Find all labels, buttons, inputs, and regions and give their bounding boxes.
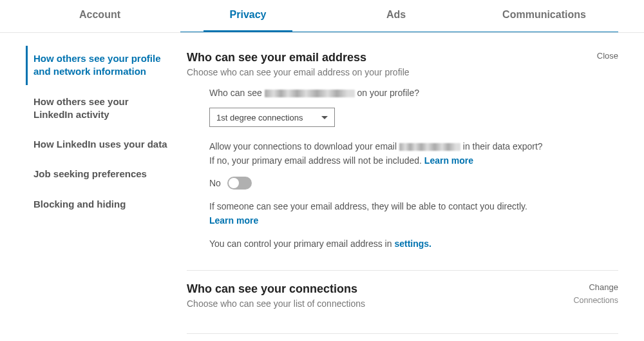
contact-directly-text: If someone can see your email address, t…: [209, 200, 547, 228]
sidebar-item-job-preferences[interactable]: Job seeking preferences: [26, 161, 174, 187]
section-viewers-also-viewed: Viewers of this profile also viewed Choo…: [187, 334, 618, 341]
current-value: Connections: [574, 296, 619, 305]
select-value: 1st degree connections: [216, 113, 303, 122]
allow-download-text: Allow your connections to download your …: [209, 140, 547, 168]
section-email-visibility: Who can see your email address Choose wh…: [187, 46, 618, 271]
sidebar-item-profile-visibility[interactable]: How others see your profile and network …: [26, 46, 174, 85]
settings-main: Who can see your email address Choose wh…: [180, 46, 618, 341]
toggle-label: No: [209, 178, 221, 188]
tab-privacy[interactable]: Privacy: [174, 0, 322, 32]
section-title: Who can see your email address: [187, 51, 410, 64]
sidebar-item-activity-visibility[interactable]: How others see your LinkedIn activity: [26, 89, 174, 128]
tab-communications[interactable]: Communications: [470, 0, 618, 32]
allow-download-toggle[interactable]: [227, 177, 252, 190]
question-who-can-see: Who can see on your profile?: [209, 86, 547, 100]
tab-account[interactable]: Account: [26, 0, 174, 32]
tab-ads[interactable]: Ads: [322, 0, 470, 32]
primary-email-settings-text: You can control your primary email addre…: [209, 237, 547, 251]
sidebar-item-blocking[interactable]: Blocking and hiding: [26, 191, 174, 217]
section-subtitle: Choose who can see your list of connecti…: [187, 298, 365, 309]
section-title: Who can see your connections: [187, 282, 365, 296]
chevron-down-icon: [321, 116, 328, 119]
toggle-knob: [229, 178, 239, 188]
section-subtitle: Choose who can see your email address on…: [187, 67, 410, 77]
settings-sidebar: How others see your profile and network …: [26, 46, 180, 341]
learn-more-link[interactable]: Learn more: [209, 215, 258, 226]
sidebar-item-data-usage[interactable]: How LinkedIn uses your data: [26, 132, 174, 157]
email-visibility-select[interactable]: 1st degree connections: [209, 108, 335, 127]
change-link[interactable]: Change: [574, 282, 619, 292]
section-connections-visibility: Who can see your connections Choose who …: [187, 271, 618, 334]
redacted-email: [399, 143, 460, 151]
settings-link[interactable]: settings.: [394, 239, 431, 249]
learn-more-link[interactable]: Learn more: [424, 155, 473, 166]
redacted-email: [265, 90, 355, 97]
top-navigation: Account Privacy Ads Communications: [0, 0, 644, 33]
close-link[interactable]: Close: [597, 51, 618, 61]
